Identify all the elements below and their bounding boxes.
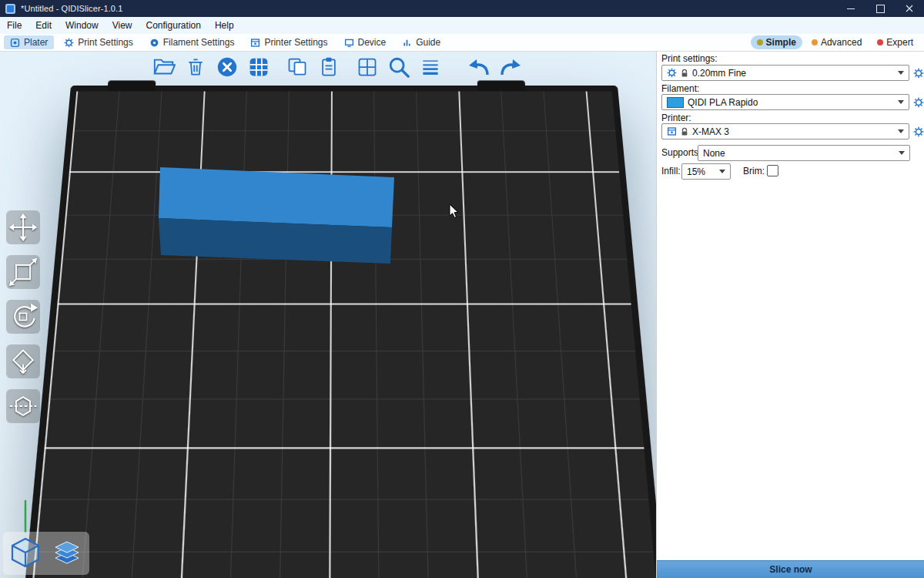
printer-combo[interactable]: X-MAX 3 bbox=[661, 123, 909, 139]
menu-view[interactable]: View bbox=[105, 17, 139, 34]
minimize-button[interactable] bbox=[836, 0, 865, 17]
tab-plater[interactable]: Plater bbox=[4, 35, 54, 49]
redo-button[interactable] bbox=[497, 54, 524, 80]
paste-button[interactable] bbox=[316, 54, 342, 80]
filament-gear-button[interactable] bbox=[912, 96, 924, 108]
tab-device[interactable]: Device bbox=[338, 35, 393, 49]
split-icon bbox=[357, 56, 378, 78]
copy-button[interactable] bbox=[284, 54, 310, 80]
bed-clip bbox=[477, 80, 526, 91]
printer-gear-button[interactable] bbox=[912, 126, 924, 137]
guide-icon bbox=[402, 38, 412, 48]
undo-arrow-icon bbox=[466, 55, 492, 79]
undo-button[interactable] bbox=[466, 54, 492, 80]
window-controls bbox=[836, 0, 924, 17]
editor-view-button[interactable] bbox=[7, 535, 44, 572]
delete-button[interactable] bbox=[182, 54, 209, 80]
folder-open-icon bbox=[152, 55, 176, 79]
filament-combo[interactable]: QIDI PLA Rapido bbox=[661, 94, 909, 110]
mode-label: Advanced bbox=[821, 37, 862, 48]
variable-layer-height-button[interactable] bbox=[417, 54, 444, 80]
maximize-icon bbox=[876, 5, 885, 13]
split-to-objects-button[interactable] bbox=[354, 54, 380, 80]
filament-label: Filament: bbox=[661, 83, 699, 94]
delete-all-button[interactable] bbox=[214, 54, 240, 80]
expert-mode-dot-icon bbox=[877, 39, 883, 45]
delete-all-icon bbox=[216, 55, 239, 79]
mode-switcher: Simple Advanced Expert bbox=[751, 35, 924, 49]
lock-icon bbox=[681, 69, 688, 78]
menu-window[interactable]: Window bbox=[59, 17, 105, 34]
mode-simple[interactable]: Simple bbox=[751, 35, 802, 49]
printer-label: Printer: bbox=[661, 113, 691, 123]
view-toolbar bbox=[3, 532, 89, 575]
mode-advanced[interactable]: Advanced bbox=[805, 35, 868, 49]
print-bed[interactable] bbox=[22, 86, 656, 578]
infill-combo[interactable]: 15% bbox=[681, 163, 731, 180]
tab-filament-settings[interactable]: Filament Settings bbox=[143, 35, 241, 49]
supports-combo[interactable]: None bbox=[698, 145, 910, 161]
cut-gizmo-button[interactable] bbox=[6, 389, 40, 423]
menu-edit[interactable]: Edit bbox=[28, 17, 59, 34]
layer-height-icon bbox=[420, 56, 441, 78]
print-settings-value: 0.20mm Fine bbox=[692, 68, 746, 79]
tab-label: Plater bbox=[24, 37, 48, 48]
advanced-mode-dot-icon bbox=[812, 39, 818, 45]
maximize-button[interactable] bbox=[865, 0, 895, 17]
bed-clip bbox=[107, 80, 156, 91]
filament-color-swatch bbox=[667, 97, 684, 108]
tab-printer-settings[interactable]: Printer Settings bbox=[244, 35, 333, 49]
title-bar: *Untitled - QIDISlicer-1.0.1 bbox=[0, 0, 924, 17]
tab-label: Guide bbox=[416, 37, 440, 48]
copy-icon bbox=[286, 56, 308, 78]
open-file-button[interactable] bbox=[151, 54, 177, 80]
paste-icon bbox=[318, 56, 340, 78]
menu-file[interactable]: File bbox=[0, 17, 28, 34]
search-button[interactable] bbox=[386, 54, 412, 80]
place-on-face-gizmo-button[interactable] bbox=[6, 344, 40, 378]
printer-icon bbox=[667, 126, 677, 136]
tab-bar: Plater Print Settings Filament Settings … bbox=[0, 34, 924, 52]
dropdown-arrow-icon bbox=[899, 151, 905, 155]
brim-checkbox[interactable] bbox=[767, 165, 778, 176]
arrange-icon bbox=[248, 56, 270, 78]
menu-configuration[interactable]: Configuration bbox=[139, 17, 208, 34]
print-settings-label: Print settings: bbox=[661, 53, 718, 64]
window-title: *Untitled - QIDISlicer-1.0.1 bbox=[21, 4, 122, 13]
menu-help[interactable]: Help bbox=[208, 17, 241, 34]
print-settings-gear-button[interactable] bbox=[912, 67, 924, 79]
mode-label: Simple bbox=[766, 37, 796, 48]
move-gizmo-button[interactable] bbox=[6, 210, 40, 244]
rotate-gizmo-button[interactable] bbox=[6, 300, 40, 334]
brim-label: Brim: bbox=[743, 166, 765, 176]
printer-icon bbox=[250, 38, 260, 48]
gear-icon bbox=[913, 126, 924, 137]
tab-print-settings[interactable]: Print Settings bbox=[58, 35, 139, 49]
simple-mode-dot-icon bbox=[757, 39, 763, 45]
viewport-3d[interactable] bbox=[0, 52, 656, 578]
tab-label: Device bbox=[358, 37, 387, 48]
minimize-icon bbox=[847, 8, 855, 9]
arrange-button[interactable] bbox=[246, 54, 272, 80]
gear-icon bbox=[913, 97, 924, 108]
slice-now-button[interactable]: Slice now bbox=[657, 560, 924, 578]
close-icon bbox=[906, 5, 913, 12]
tab-guide[interactable]: Guide bbox=[396, 35, 447, 49]
mode-expert[interactable]: Expert bbox=[871, 35, 919, 49]
tab-label: Print Settings bbox=[78, 37, 132, 48]
scale-gizmo-button[interactable] bbox=[6, 255, 40, 289]
close-button[interactable] bbox=[895, 0, 924, 17]
place-on-face-icon bbox=[8, 346, 38, 377]
redo-arrow-icon bbox=[497, 55, 524, 79]
dropdown-arrow-icon bbox=[898, 100, 904, 104]
preview-layers-button[interactable] bbox=[49, 535, 85, 572]
dropdown-arrow-icon bbox=[719, 170, 725, 173]
supports-label: Supports: bbox=[661, 147, 701, 158]
app-icon bbox=[5, 4, 15, 14]
print-settings-combo[interactable]: 0.20mm Fine bbox=[661, 65, 909, 81]
trash-icon bbox=[185, 56, 206, 78]
move-icon bbox=[8, 212, 38, 243]
mode-label: Expert bbox=[886, 37, 913, 48]
filament-value: QIDI PLA Rapido bbox=[688, 97, 758, 108]
gear-icon bbox=[667, 68, 677, 78]
